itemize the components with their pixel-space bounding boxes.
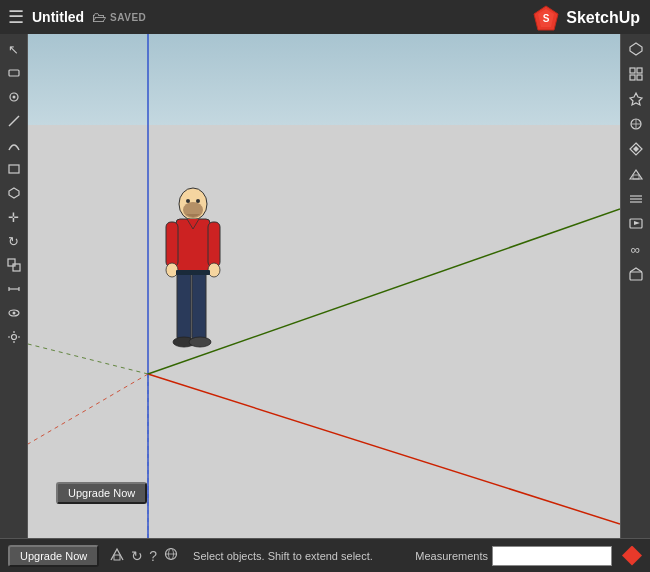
sketchup-small-logo-bottom bbox=[622, 546, 642, 566]
main-area: ↖ ✛ ↻ bbox=[0, 34, 650, 538]
saved-badge: SAVED bbox=[110, 12, 146, 23]
structures-tool[interactable] bbox=[625, 163, 647, 185]
line-tool[interactable] bbox=[3, 110, 25, 132]
right-toolbar: ∞ bbox=[620, 34, 650, 538]
arc-tool[interactable] bbox=[3, 134, 25, 156]
refresh-bottom-icon[interactable]: ↻ bbox=[131, 548, 143, 564]
svg-rect-3 bbox=[9, 70, 19, 76]
svg-rect-45 bbox=[633, 175, 639, 179]
canvas-area[interactable]: Upgrade Now bbox=[28, 34, 620, 538]
paint-tool[interactable] bbox=[3, 86, 25, 108]
scale-tool[interactable] bbox=[3, 254, 25, 276]
svg-point-29 bbox=[208, 263, 220, 277]
folder-icon[interactable]: 🗁 bbox=[92, 9, 106, 25]
svg-rect-26 bbox=[166, 222, 178, 267]
svg-point-34 bbox=[189, 337, 211, 347]
components-tool[interactable] bbox=[625, 113, 647, 135]
scene-svg bbox=[28, 34, 620, 538]
sketchup-logo: S SketchUp bbox=[532, 4, 640, 32]
measurements-input[interactable] bbox=[492, 546, 612, 566]
orbit-tool[interactable] bbox=[3, 302, 25, 324]
help-bottom-icon[interactable]: ? bbox=[149, 548, 157, 564]
titlebar: ☰ Untitled 🗁 SAVED S SketchUp bbox=[0, 0, 650, 34]
warehouse-tool[interactable] bbox=[625, 263, 647, 285]
upgrade-now-button[interactable]: Upgrade Now bbox=[56, 482, 147, 504]
home-bottom-icon[interactable] bbox=[109, 546, 125, 565]
svg-line-21 bbox=[28, 344, 148, 374]
layers-tool[interactable] bbox=[625, 188, 647, 210]
rectangle-tool[interactable] bbox=[3, 158, 25, 180]
measurements-label: Measurements bbox=[415, 550, 488, 562]
svg-marker-37 bbox=[630, 43, 642, 55]
globe-bottom-icon[interactable] bbox=[163, 546, 179, 565]
svg-rect-9 bbox=[8, 259, 15, 266]
views-tool[interactable] bbox=[625, 38, 647, 60]
bottombar: Upgrade Now ↻ ? Select objects. Shift to… bbox=[0, 538, 650, 572]
svg-point-36 bbox=[196, 199, 200, 203]
svg-rect-38 bbox=[630, 68, 635, 73]
extension-tool[interactable]: ∞ bbox=[625, 238, 647, 260]
svg-rect-40 bbox=[630, 75, 635, 80]
scenes-tool[interactable] bbox=[625, 213, 647, 235]
svg-point-35 bbox=[186, 199, 190, 203]
solid-tools[interactable] bbox=[625, 138, 647, 160]
svg-line-6 bbox=[9, 116, 19, 126]
status-text: Select objects. Shift to extend select. bbox=[193, 550, 409, 562]
svg-point-15 bbox=[12, 312, 15, 315]
upgrade-now-bottom-button[interactable]: Upgrade Now bbox=[8, 545, 99, 567]
svg-marker-8 bbox=[9, 188, 19, 198]
menu-icon[interactable]: ☰ bbox=[8, 6, 24, 28]
svg-line-20 bbox=[28, 374, 148, 444]
svg-rect-7 bbox=[9, 165, 19, 173]
measurements-area: Measurements bbox=[415, 546, 612, 566]
logo-text: SketchUp bbox=[566, 9, 640, 27]
eraser-tool[interactable] bbox=[3, 62, 25, 84]
svg-rect-10 bbox=[13, 264, 20, 271]
pushpull-tool[interactable] bbox=[3, 182, 25, 204]
svg-line-18 bbox=[148, 374, 620, 524]
document-title: Untitled bbox=[32, 9, 84, 25]
svg-rect-41 bbox=[637, 75, 642, 80]
sketchup-logo-icon: S bbox=[532, 4, 560, 32]
move-tool[interactable]: ✛ bbox=[3, 206, 25, 228]
svg-point-5 bbox=[12, 96, 15, 99]
svg-rect-32 bbox=[176, 270, 210, 275]
styles-tool[interactable] bbox=[625, 88, 647, 110]
bottom-icons: ↻ ? bbox=[109, 546, 179, 565]
tape-tool[interactable] bbox=[3, 278, 25, 300]
standard-views-tool[interactable] bbox=[625, 63, 647, 85]
svg-rect-30 bbox=[177, 272, 191, 340]
pan-tool[interactable] bbox=[3, 326, 25, 348]
svg-rect-52 bbox=[114, 555, 120, 560]
svg-point-28 bbox=[166, 263, 178, 277]
svg-text:S: S bbox=[543, 13, 550, 24]
select-tool[interactable]: ↖ bbox=[3, 38, 25, 60]
svg-rect-27 bbox=[208, 222, 220, 267]
svg-marker-50 bbox=[634, 221, 640, 225]
rotate-tool[interactable]: ↻ bbox=[3, 230, 25, 252]
upgrade-area: Upgrade Now bbox=[56, 482, 147, 504]
svg-rect-51 bbox=[630, 272, 642, 280]
left-toolbar: ↖ ✛ ↻ bbox=[0, 34, 28, 538]
svg-point-16 bbox=[11, 335, 16, 340]
svg-rect-39 bbox=[637, 68, 642, 73]
svg-rect-31 bbox=[192, 272, 206, 340]
